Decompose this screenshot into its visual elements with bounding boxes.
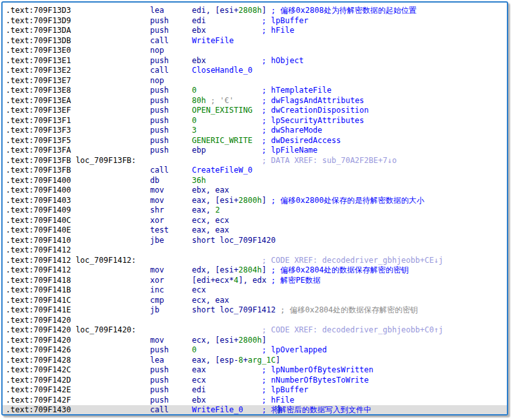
asm-line[interactable]: .text:709F1400 mov ebx, eax	[6, 186, 507, 196]
asm-line[interactable]: .text:709F13DB call WriteFile	[6, 36, 507, 46]
asm-line[interactable]: .text:709F13E0 nop	[6, 46, 507, 56]
asm-line[interactable]: .text:709F1412 loc_709F1412: ; CODE XREF…	[6, 256, 507, 266]
asm-token-mn: inc ecx	[71, 285, 206, 294]
asm-token-addr: .text:709F13F3	[6, 126, 71, 135]
asm-line[interactable]: .text:709F13E2 call CloseHandle_0	[6, 66, 507, 76]
asm-token-addr: .text:709F141E	[6, 305, 71, 314]
asm-token-mn: ], edx	[238, 276, 266, 285]
asm-line[interactable]: .text:709F1420 loc_709F1420: ; CODE XREF…	[6, 325, 507, 336]
asm-token-cmt: ; lpOverlapped	[196, 345, 327, 354]
asm-token-mn: push ebx	[71, 26, 206, 35]
asm-token-addr: .text:709F1409	[6, 205, 71, 215]
asm-token-addr: .text:709F13FB	[6, 166, 71, 175]
asm-token-mn: push edi	[71, 16, 206, 25]
asm-token-addr: .text:709F13FB	[6, 156, 71, 165]
asm-token-addr: .text:709F13E7	[6, 76, 71, 85]
asm-token-mn: push	[71, 136, 192, 145]
asm-token-mn: nop	[71, 46, 164, 55]
asm-token-mn: test eax, eax	[71, 225, 229, 234]
disassembly-view-window: .text:709F13D3 lea edi, [esi+2808h] ; 偏移…	[1, 1, 508, 415]
asm-token-cmt: ; hObject	[206, 56, 304, 65]
asm-line[interactable]: .text:709F13D9 push edi ; lpBuffer	[6, 16, 507, 26]
asm-line[interactable]: .text:709F142D push ecx ; nNumberOfBytes…	[6, 376, 507, 386]
asm-line[interactable]: .text:709F142C push eax ; lpNumberOfByte…	[6, 365, 507, 376]
asm-line[interactable]: .text:709F13DA push ebx ; hFile	[6, 26, 507, 36]
asm-token-addr: .text:709F142E	[6, 385, 71, 394]
asm-line[interactable]: .text:709F142F push ebx ; hFile	[6, 396, 507, 406]
asm-line[interactable]: .text:709F13FA push ebp ; lpFileName	[6, 146, 507, 156]
asm-token-cmt: 解密后的数据写入到文件中	[279, 405, 372, 414]
asm-token-addr: .text:709F1412	[6, 256, 71, 265]
asm-token-cmt: ; dwFlagsAndAttributes	[234, 96, 364, 105]
asm-token-lbl: loc_709F1420:	[71, 325, 136, 334]
asm-token-mn: lea eax, [esp-	[71, 356, 238, 365]
asm-line[interactable]: .text:709F13FB loc_709F13FB: ; DATA XREF…	[6, 156, 507, 166]
asm-line[interactable]: .text:709F141B inc ecx	[6, 285, 507, 296]
asm-token-addr: .text:709F1430	[6, 405, 71, 414]
asm-line[interactable]: .text:709F1420 mov ecx, [esi+2800h]	[6, 336, 507, 346]
asm-token-mn: db	[71, 176, 192, 185]
asm-token-mn: push	[71, 126, 192, 135]
asm-token-mn: push	[71, 96, 192, 105]
asm-token-cmt: ; dwDesiredAccess	[252, 136, 341, 145]
asm-line[interactable]: .text:709F1412 mov edx, [esi+2804h] ; 偏移…	[6, 265, 507, 276]
asm-line[interactable]: .text:709F1420	[6, 316, 507, 326]
asm-token-mn: ]	[261, 196, 266, 205]
asm-token-addr: .text:709F1412	[6, 265, 71, 274]
asm-token-mn: mov edx, [esi+	[71, 265, 238, 274]
asm-token-mn: push edi	[71, 385, 206, 394]
asm-token-addr: .text:709F13F5	[6, 136, 71, 145]
asm-line[interactable]: .text:709F141C cmp ecx, eax	[6, 296, 507, 306]
asm-token-xref: ; CODE XREF: decodedriver_gbhjeobb+CE↓j	[136, 256, 443, 265]
asm-line[interactable]: .text:709F142E push edi ; lpBuffer	[6, 385, 507, 396]
asm-token-cmt: ; lpBuffer	[206, 16, 308, 25]
asm-token-mn: ]	[261, 336, 266, 345]
disassembly-listing[interactable]: .text:709F13D3 lea edi, [esi+2808h] ; 偏移…	[3, 3, 507, 415]
asm-line[interactable]: .text:709F1428 lea eax, [esp-8+arg_1C]	[6, 356, 507, 366]
asm-line[interactable]: .text:709F141E jb short loc_709F1412 ; 偏…	[6, 305, 507, 316]
asm-token-mn: push	[71, 86, 192, 95]
asm-token-addr: .text:709F1412	[6, 245, 71, 254]
asm-token-cmt: ; lpSecurityAttributes	[196, 116, 364, 125]
asm-line[interactable]: .text:709F13E8 push 0 ; hTemplateFile	[6, 86, 507, 96]
asm-token-num: 2	[215, 205, 220, 215]
asm-line[interactable]: .text:709F13F1 push 0 ; lpSecurityAttrib…	[6, 116, 507, 126]
asm-token-addr: .text:709F1410	[6, 236, 71, 245]
asm-line[interactable]: .text:709F13E7 nop	[6, 76, 507, 86]
asm-token-num: arg_1C	[248, 356, 276, 365]
asm-line[interactable]: .text:709F13EA push 80h ; '€' ; dwFlagsA…	[6, 96, 507, 106]
asm-line[interactable]: .text:709F1409 shr eax, 2	[6, 205, 507, 216]
asm-token-mn: lea edi, [esi+	[71, 6, 238, 15]
asm-line[interactable]: .text:709F1410 jbe short loc_709F1420	[6, 236, 507, 246]
asm-line[interactable]: .text:709F1426 push 0 ; lpOverlapped	[6, 345, 507, 356]
asm-token-addr: .text:709F142C	[6, 365, 71, 374]
asm-line[interactable]: .text:709F140C xor ecx, ecx	[6, 216, 507, 226]
asm-token-addr: .text:709F13D9	[6, 16, 71, 25]
asm-line[interactable]: .text:709F1400 db 36h	[6, 176, 507, 186]
asm-line[interactable]: .text:709F13E1 push ebx ; hObject	[6, 56, 507, 66]
asm-token-mn: call	[71, 36, 192, 45]
asm-line[interactable]: .text:709F1403 mov eax, [esi+2800h] ; 偏移…	[6, 196, 507, 206]
asm-token-mn: nop	[71, 76, 164, 85]
asm-token-addr: .text:709F142F	[6, 396, 71, 405]
asm-line[interactable]: .text:709F1418 xor [edi+ecx*4], edx ; 解密…	[6, 276, 507, 286]
asm-token-lbl: loc_709F13FB:	[71, 156, 136, 165]
asm-line[interactable]: .text:709F140E test eax, eax	[6, 225, 507, 236]
asm-line[interactable]: .text:709F13F3 push 3 ; dwShareMode	[6, 126, 507, 136]
asm-token-addr: .text:709F13DA	[6, 26, 71, 35]
asm-token-num: 2808h	[238, 6, 261, 15]
asm-token-num: OPEN_EXISTING	[192, 106, 252, 115]
asm-token-num: 2800h	[238, 336, 261, 345]
asm-token-mn: push ebx	[71, 396, 206, 405]
asm-line[interactable]: .text:709F1412	[6, 245, 507, 256]
asm-line[interactable]: .text:709F13EF push OPEN_EXISTING ; dwCr…	[6, 106, 507, 116]
asm-line[interactable]: .text:709F13F5 push GENERIC_WRITE ; dwDe…	[6, 136, 507, 146]
asm-token-addr: .text:709F1420	[6, 316, 71, 325]
asm-token-fn: WriteFile_0	[192, 405, 243, 414]
asm-token-mn: call	[71, 166, 192, 175]
asm-line-current[interactable]: .text:709F1430 call WriteFile_0 ; 将解密后的数…	[3, 405, 507, 415]
asm-token-mn: push	[71, 345, 192, 354]
asm-line[interactable]: .text:709F13FB call CreateFileW_0	[6, 166, 507, 176]
asm-token-xref: ; CODE XREF: decodedriver_gbhjeobb+C0↑j	[136, 325, 443, 334]
asm-line[interactable]: .text:709F13D3 lea edi, [esi+2808h] ; 偏移…	[6, 6, 507, 16]
